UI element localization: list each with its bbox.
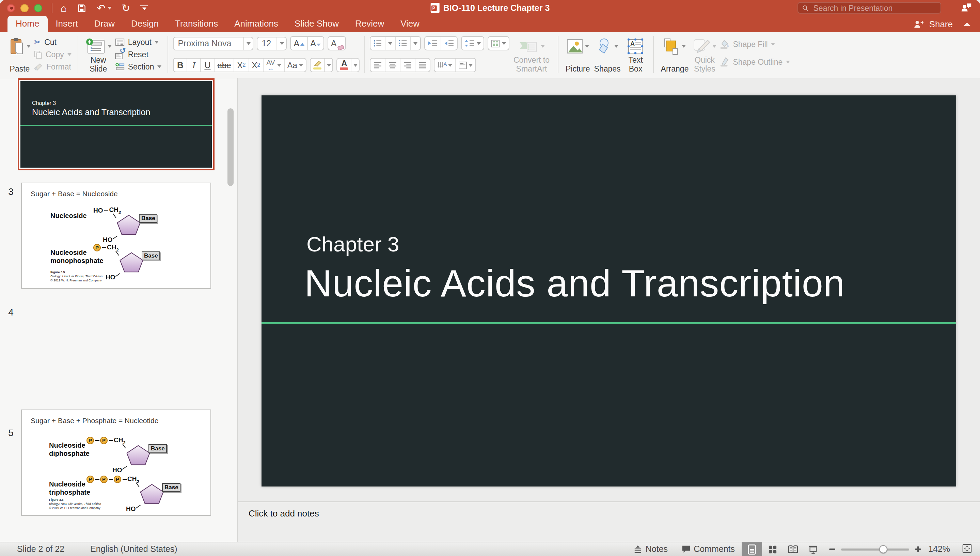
line-spacing-caret-icon[interactable] — [477, 42, 481, 45]
font-color-caret-icon[interactable] — [353, 64, 358, 66]
paste-dropdown-caret-icon[interactable] — [26, 45, 30, 48]
increase-indent-button[interactable] — [442, 37, 457, 50]
quick-styles-button[interactable]: QuickStyles — [691, 35, 719, 74]
panel-scrollbar-thumb[interactable] — [227, 108, 234, 186]
highlight-caret-icon[interactable] — [327, 64, 331, 66]
tab-transitions[interactable]: Transitions — [167, 16, 226, 32]
tab-draw[interactable]: Draw — [86, 16, 123, 32]
strikethrough-button[interactable]: abe — [214, 58, 234, 71]
numbering-caret-icon[interactable] — [414, 42, 418, 45]
tab-animations[interactable]: Animations — [226, 16, 286, 32]
collapse-ribbon-icon[interactable] — [964, 23, 970, 26]
change-case-button[interactable]: Aa — [285, 58, 306, 71]
bullets-button[interactable] — [371, 37, 386, 50]
slide-title-text[interactable]: Nucleic Acids and Transcription — [305, 261, 845, 305]
thumbnail-slide-3[interactable]: Sugar + Base = Nucleoside Nucleoside HOC… — [21, 183, 211, 289]
current-slide[interactable]: Chapter 3 Nucleic Acids and Transcriptio… — [261, 95, 956, 486]
bullets-caret-cell[interactable] — [386, 37, 396, 50]
close-window-button[interactable] — [7, 4, 15, 12]
zoom-out-icon[interactable] — [829, 546, 836, 553]
slide-sorter-view-button[interactable] — [762, 542, 782, 556]
italic-button[interactable]: I — [187, 58, 201, 71]
section-dropdown-caret-icon[interactable] — [157, 65, 161, 68]
notes-placeholder[interactable]: Click to add notes — [248, 508, 980, 519]
thumbnail-slide-2-selected[interactable]: Chapter 3 Nucleic Acids and Transcriptio… — [18, 78, 214, 170]
redo-icon[interactable]: ↻ — [122, 3, 130, 13]
reset-button[interactable]: ↺ Reset — [115, 49, 162, 60]
reading-view-button[interactable] — [782, 542, 803, 556]
line-spacing-button[interactable] — [462, 37, 484, 50]
thumbnail-slide-4[interactable]: Sugar + Base + Phosphate = Nucleotide Nu… — [21, 409, 211, 516]
fit-slide-button[interactable] — [956, 543, 980, 555]
align-left-button[interactable] — [371, 58, 386, 71]
arrange-caret-icon[interactable] — [682, 45, 686, 48]
undo-icon[interactable]: ↶ — [97, 3, 105, 13]
tab-review[interactable]: Review — [347, 16, 392, 32]
decrease-indent-button[interactable] — [425, 37, 442, 50]
decrease-font-size-button[interactable]: A — [308, 37, 324, 50]
case-caret-icon[interactable] — [299, 64, 303, 66]
columns-caret-icon[interactable] — [502, 42, 506, 45]
clear-formatting-button[interactable]: A — [327, 36, 346, 50]
align-text-button[interactable] — [456, 58, 476, 71]
new-slide-dropdown-caret-icon[interactable] — [108, 45, 112, 47]
numbering-button[interactable] — [396, 37, 411, 50]
zoom-window-button[interactable] — [34, 4, 42, 12]
bold-button[interactable]: B — [174, 58, 187, 71]
people-presence-icon[interactable] — [961, 2, 972, 12]
align-center-button[interactable] — [386, 58, 401, 71]
justify-button[interactable] — [416, 58, 430, 71]
spacing-caret-icon[interactable] — [277, 64, 281, 66]
align-text-caret-icon[interactable] — [469, 64, 473, 66]
zoom-slider[interactable] — [841, 548, 909, 550]
superscript-button[interactable]: X2 — [235, 58, 249, 71]
home-icon[interactable]: ⌂ — [61, 3, 67, 13]
text-box-button[interactable]: A TextBox — [623, 35, 649, 74]
convert-to-smartart-button[interactable]: Convert toSmartArt — [510, 35, 553, 74]
slide-kicker-text[interactable]: Chapter 3 — [306, 232, 399, 257]
new-slide-button[interactable]: NewSlide — [83, 35, 114, 74]
picture-caret-icon[interactable] — [585, 45, 589, 48]
font-family-combo[interactable]: Proxima Nova — [173, 36, 253, 50]
zoom-percentage[interactable]: 142% — [927, 545, 950, 554]
section-button[interactable]: Section — [115, 61, 162, 72]
arrange-button[interactable]: Arrange — [659, 35, 691, 74]
align-right-button[interactable] — [401, 58, 416, 71]
text-direction-button[interactable]: A — [435, 58, 456, 71]
tab-slide-show[interactable]: Slide Show — [286, 16, 347, 32]
format-painter-button[interactable]: Format — [34, 61, 71, 72]
save-icon[interactable] — [77, 3, 87, 13]
copy-button[interactable]: Copy — [34, 49, 71, 60]
comments-toggle-button[interactable]: Comments — [675, 542, 741, 556]
shape-outline-button[interactable]: Shape Outline — [720, 57, 790, 68]
columns-button[interactable] — [488, 37, 509, 50]
search-box[interactable] — [798, 2, 941, 14]
search-input[interactable] — [812, 3, 936, 13]
font-size-caret-icon[interactable] — [280, 42, 284, 45]
language-indicator[interactable]: English (United States) — [90, 545, 177, 554]
font-color-button[interactable]: A — [337, 58, 360, 72]
increase-font-size-button[interactable]: A — [291, 37, 308, 50]
slideshow-view-button[interactable] — [803, 542, 824, 556]
notes-toggle-button[interactable]: Notes — [627, 542, 675, 556]
underline-button[interactable]: U — [201, 58, 214, 71]
slide-canvas[interactable]: Chapter 3 Nucleic Acids and Transcriptio… — [238, 78, 980, 501]
zoom-slider-thumb[interactable] — [879, 545, 887, 553]
layout-dropdown-caret-icon[interactable] — [155, 41, 159, 44]
highlight-color-button[interactable] — [310, 58, 334, 72]
notes-pane[interactable]: Click to add notes — [238, 501, 980, 542]
zoom-in-icon[interactable] — [915, 546, 922, 553]
tab-insert[interactable]: Insert — [47, 16, 86, 32]
paste-button[interactable]: Paste — [7, 35, 33, 74]
numbering-caret-cell[interactable] — [411, 37, 421, 50]
picture-button[interactable]: Picture — [564, 35, 592, 74]
undo-dropdown-caret-icon[interactable] — [107, 6, 111, 9]
normal-view-button[interactable] — [741, 542, 762, 556]
bullets-caret-icon[interactable] — [388, 42, 393, 45]
minimize-window-button[interactable] — [21, 4, 29, 12]
font-family-caret-icon[interactable] — [246, 42, 250, 45]
share-button[interactable]: Share — [929, 19, 953, 29]
customize-toolbar-icon[interactable] — [140, 5, 148, 11]
font-size-combo[interactable]: 12 — [257, 36, 287, 50]
subscript-button[interactable]: X2 — [249, 58, 264, 71]
